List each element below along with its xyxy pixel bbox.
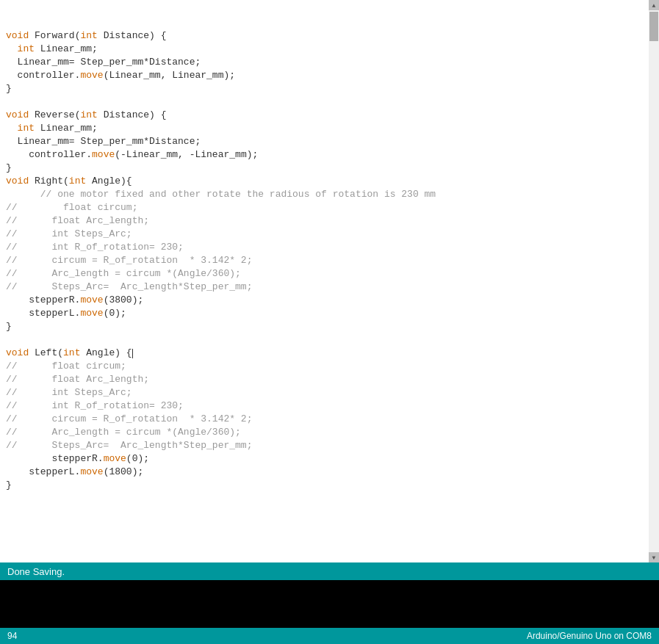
code-line: controller.move(-Linear_mm, -Linear_mm); [0, 148, 647, 162]
code-line: // circum = R_of_rotation * 3.142* 2; [0, 254, 647, 267]
code-line: Linear_mm= Step_per_mm*Distance; [0, 56, 647, 69]
code-line [0, 333, 647, 347]
scrollbar-up-button[interactable]: ▲ [649, 0, 659, 10]
code-line: void Left(int Angle) { [0, 347, 647, 360]
scrollbar-down-button[interactable]: ▼ [649, 552, 659, 562]
code-line: // int Steps_Arc; [0, 386, 647, 399]
code-line: void Forward(int Distance) { [0, 29, 647, 43]
console-area [0, 580, 659, 628]
code-line: // Arc_length = circum *(Angle/360); [0, 426, 647, 439]
code-line: void Reverse(int Distance) { [0, 109, 647, 122]
code-line: // Steps_Arc= Arc_length*Step_per_mm; [0, 439, 647, 452]
code-line: // float circum; [0, 201, 647, 214]
code-line: controller.move(Linear_mm, Linear_mm); [0, 69, 647, 82]
code-line: void Right(int Angle){ [0, 175, 647, 188]
code-container[interactable]: void Forward(int Distance) { int Linear_… [0, 0, 659, 562]
saving-bar: Done Saving. [0, 562, 659, 580]
code-line: // Steps_Arc= Arc_length*Step_per_mm; [0, 281, 647, 294]
code-line: // int Steps_Arc; [0, 228, 647, 241]
code-line: // Arc_length = circum *(Angle/360); [0, 267, 647, 281]
code-line: // int R_of_rotation= 230; [0, 399, 647, 413]
editor-area: void Forward(int Distance) { int Linear_… [0, 0, 659, 562]
code-line: } [0, 320, 647, 333]
line-number: 94 [7, 631, 17, 641]
code-content: void Forward(int Distance) { int Linear_… [0, 0, 659, 495]
code-line: stepperR.move(0); [0, 452, 647, 466]
scrollbar-thumb[interactable] [649, 12, 658, 41]
board-info: Arduino/Genuino Uno on COM8 [527, 631, 652, 641]
code-line: // one motor fixed and other rotate the … [0, 188, 647, 201]
code-line: Linear_mm= Step_per_mm*Distance; [0, 135, 647, 148]
code-line: // int R_of_rotation= 230; [0, 241, 647, 254]
code-line: } [0, 479, 647, 492]
code-line: stepperR.move(3800); [0, 294, 647, 307]
scrollbar-track: ▲ ▼ [649, 0, 659, 562]
code-line: int Linear_mm; [0, 43, 647, 56]
bottom-status-bar: 94 Arduino/Genuino Uno on COM8 [0, 628, 659, 644]
saving-message: Done Saving. [7, 566, 65, 577]
code-line: // float circum; [0, 360, 647, 373]
code-line: int Linear_mm; [0, 122, 647, 135]
code-line: // float Arc_length; [0, 373, 647, 386]
code-line: stepperL.move(0); [0, 307, 647, 320]
code-line: // float Arc_length; [0, 214, 647, 228]
code-line: stepperL.move(1800); [0, 466, 647, 479]
code-line [0, 95, 647, 109]
code-line: } [0, 162, 647, 175]
code-line: } [0, 82, 647, 95]
code-line: // circum = R_of_rotation * 3.142* 2; [0, 413, 647, 426]
